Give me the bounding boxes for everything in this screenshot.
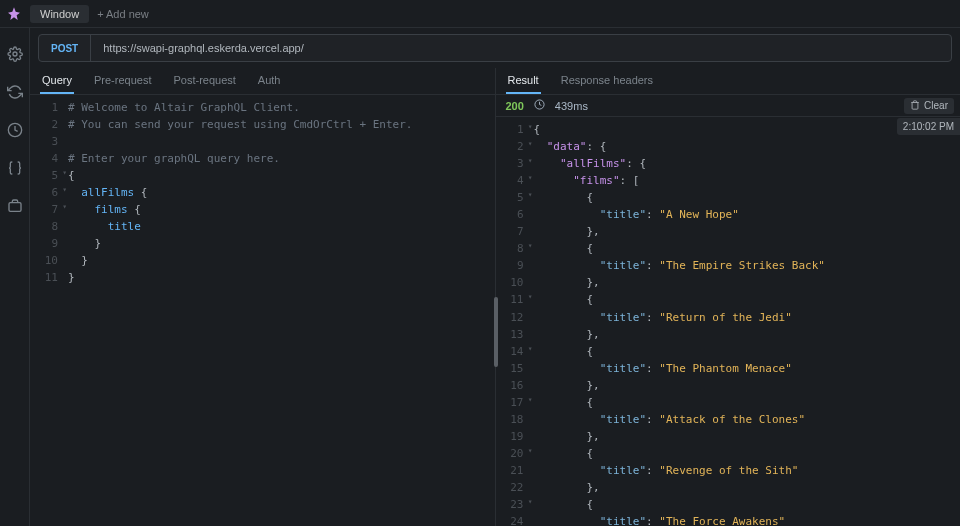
code-line: 5▾{ (30, 167, 495, 184)
code-line: 7▾ films { (30, 201, 495, 218)
result-line: 4▾ "films": [ (496, 172, 961, 189)
query-tabs: Query Pre-request Post-request Auth (30, 68, 495, 95)
result-line: 1▾{ (496, 121, 961, 138)
result-line: 18 "title": "Attack of the Clones" (496, 411, 961, 428)
result-line: 23▾ { (496, 496, 961, 513)
svg-rect-2 (9, 203, 21, 212)
result-line: 24 "title": "The Force Awakens" (496, 513, 961, 526)
response-time: 439ms (555, 100, 588, 112)
trash-icon (910, 100, 920, 112)
tab-auth[interactable]: Auth (256, 68, 283, 94)
code-line: 2# You can send your request using CmdOr… (30, 116, 495, 133)
code-line: 11} (30, 269, 495, 286)
collections-icon[interactable] (7, 198, 23, 214)
result-line: 8▾ { (496, 240, 961, 257)
clear-button[interactable]: Clear (904, 98, 954, 114)
result-line: 12 "title": "Return of the Jedi" (496, 309, 961, 326)
url-bar: POST https://swapi-graphql.eskerda.verce… (38, 34, 952, 62)
result-line: 2▾ "data": { (496, 138, 961, 155)
result-line: 16 }, (496, 377, 961, 394)
response-timestamp: 2:10:02 PM (897, 118, 960, 135)
result-line: 11▾ { (496, 291, 961, 308)
tab-query[interactable]: Query (40, 68, 74, 94)
code-line: 8 title (30, 218, 495, 235)
altair-logo-icon (6, 6, 22, 22)
query-editor[interactable]: 1# Welcome to Altair GraphQL Client.2# Y… (30, 95, 495, 526)
result-line: 13 }, (496, 326, 961, 343)
content-column: POST https://swapi-graphql.eskerda.verce… (30, 28, 960, 526)
side-rail (0, 28, 30, 526)
status-code-badge: 200 (506, 100, 524, 112)
refresh-icon[interactable] (7, 84, 23, 100)
panes: Query Pre-request Post-request Auth 1# W… (30, 68, 960, 526)
result-line: 14▾ { (496, 343, 961, 360)
clear-label: Clear (924, 100, 948, 111)
svg-point-0 (13, 52, 17, 56)
code-line: 9 } (30, 235, 495, 252)
result-line: 15 "title": "The Phantom Menace" (496, 360, 961, 377)
tab-result[interactable]: Result (506, 68, 541, 94)
result-line: 5▾ { (496, 189, 961, 206)
result-line: 21 "title": "Revenge of the Sith" (496, 462, 961, 479)
tab-post-request[interactable]: Post-request (171, 68, 237, 94)
result-viewer[interactable]: 1▾{2▾ "data": {3▾ "allFilms": {4▾ "films… (496, 117, 961, 526)
code-line: 10 } (30, 252, 495, 269)
tab-pre-request[interactable]: Pre-request (92, 68, 153, 94)
result-pane: Result Response headers 200 439ms Clear … (496, 68, 961, 526)
result-line: 6 "title": "A New Hope" (496, 206, 961, 223)
add-new-tab[interactable]: + Add new (97, 8, 149, 20)
clock-icon (534, 99, 545, 112)
result-line: 7 }, (496, 223, 961, 240)
code-line: 4# Enter your graphQL query here. (30, 150, 495, 167)
main-row: POST https://swapi-graphql.eskerda.verce… (0, 28, 960, 526)
tab-response-headers[interactable]: Response headers (559, 68, 655, 94)
result-line: 3▾ "allFilms": { (496, 155, 961, 172)
settings-icon[interactable] (7, 46, 23, 62)
result-line: 20▾ { (496, 445, 961, 462)
result-line: 19 }, (496, 428, 961, 445)
result-line: 22 }, (496, 479, 961, 496)
result-status-bar: 200 439ms Clear (496, 95, 961, 117)
result-tabs: Result Response headers (496, 68, 961, 95)
url-input[interactable]: https://swapi-graphql.eskerda.vercel.app… (91, 42, 951, 54)
http-method-badge[interactable]: POST (39, 35, 91, 61)
top-bar: Window + Add new (0, 0, 960, 28)
code-line: 3 (30, 133, 495, 150)
window-tab[interactable]: Window (30, 5, 89, 23)
result-line: 9 "title": "The Empire Strikes Back" (496, 257, 961, 274)
query-pane: Query Pre-request Post-request Auth 1# W… (30, 68, 496, 526)
code-line: 1# Welcome to Altair GraphQL Client. (30, 99, 495, 116)
history-icon[interactable] (7, 122, 23, 138)
code-line: 6▾ allFilms { (30, 184, 495, 201)
result-line: 17▾ { (496, 394, 961, 411)
result-line: 10 }, (496, 274, 961, 291)
code-braces-icon[interactable] (7, 160, 23, 176)
